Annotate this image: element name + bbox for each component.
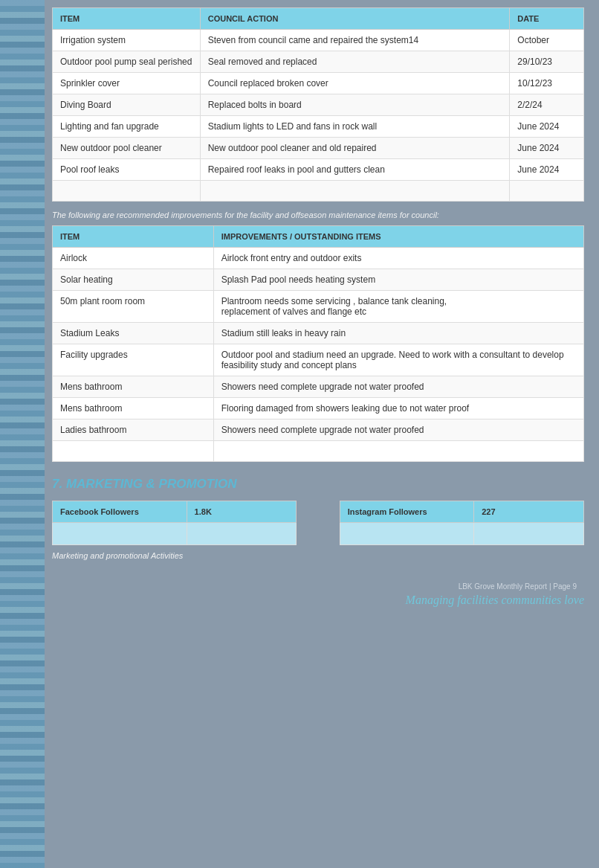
facebook-table: Facebook Followers 1.8K (52, 501, 297, 545)
col2-header-item: ITEM (53, 226, 214, 248)
table1-row: Outdoor pool pump seal perishedSeal remo… (53, 51, 584, 73)
table1-date (510, 181, 584, 202)
table1-action: Steven from council came and repaired th… (200, 30, 510, 51)
instagram-value-header: 227 (474, 501, 584, 523)
table2-item: Ladies bathroom (53, 419, 214, 441)
col-header-date: DATE (510, 8, 584, 30)
table1-action: Seal removed and replaced (200, 51, 510, 73)
table2-item: Solar heating (53, 269, 214, 291)
marketing-heading: 7. MARKETING & PROMOTION (52, 477, 584, 492)
col-header-action: COUNCIL ACTION (200, 8, 510, 30)
table2-row: AirlockAirlock front entry and outdoor e… (53, 248, 584, 269)
facebook-empty-cell2 (187, 523, 297, 545)
instagram-header: Instagram Followers (340, 501, 474, 523)
facebook-value-header: 1.8K (187, 501, 297, 523)
table2-item: Mens bathroom (53, 398, 214, 419)
table2-item: Facility upgrades (53, 344, 214, 376)
table1-date: June 2024 (510, 159, 584, 181)
table1-date: 29/10/23 (510, 51, 584, 73)
improvements-table: ITEM IMPROVEMENTS / OUTSTANDING ITEMS Ai… (52, 225, 584, 462)
table2-improvements: Stadium still leaks in heavy rain (213, 323, 583, 344)
table1-date: June 2024 (510, 138, 584, 159)
social-media-table: Facebook Followers 1.8K (52, 501, 584, 545)
table2-improvements: Splash Pad pool needs heating system (213, 269, 583, 291)
col-header-item: ITEM (53, 8, 201, 30)
table2-improvements: Outdoor pool and stadium need an upgrade… (213, 344, 583, 376)
table2-item: Airlock (53, 248, 214, 269)
instagram-table: Instagram Followers 227 (340, 501, 584, 545)
table2-row: 50m plant room roomPlantroom needs some … (53, 291, 584, 323)
table1-item: Irrigation system (53, 30, 201, 51)
table1-item (53, 181, 201, 202)
recommend-text: The following are recommended improvemen… (52, 210, 584, 219)
table1-row: Lighting and fan upgradeStadium lights t… (53, 116, 584, 138)
instagram-empty-cell1 (340, 523, 474, 545)
table2-row: Ladies bathroomShowers need complete upg… (53, 419, 584, 441)
table2-row: Mens bathroomFlooring damaged from showe… (53, 398, 584, 419)
table2-item: Stadium Leaks (53, 323, 214, 344)
table1-row: Pool roof leaksRepaired roof leaks in po… (53, 159, 584, 181)
council-actions-table: ITEM COUNCIL ACTION DATE Irrigation syst… (52, 7, 584, 202)
table1-row (53, 181, 584, 202)
table2-improvements: Showers need complete upgrade not water … (213, 419, 583, 441)
table2-improvements: Showers need complete upgrade not water … (213, 376, 583, 398)
marketing-label: MARKETING & PROMOTION (66, 477, 237, 491)
table2-item: Mens bathroom (53, 376, 214, 398)
instagram-empty-cell2 (474, 523, 584, 545)
table1-item: Outdoor pool pump seal perished (53, 51, 201, 73)
table1-date: October (510, 30, 584, 51)
table2-item (53, 441, 214, 462)
table1-action: Stadium lights to LED and fans in rock w… (200, 116, 510, 138)
social-spacer (297, 501, 339, 545)
table1-item: New outdoor pool cleaner (53, 138, 201, 159)
table2-row (53, 441, 584, 462)
table2-row: Solar heatingSplash Pad pool needs heati… (53, 269, 584, 291)
table2-row: Mens bathroomShowers need complete upgra… (53, 376, 584, 398)
main-content: ITEM COUNCIL ACTION DATE Irrigation syst… (45, 0, 599, 868)
table1-item: Sprinkler cover (53, 73, 201, 94)
table1-row: Diving BoardReplaced bolts in board2/2/2… (53, 94, 584, 116)
table1-date: 10/12/23 (510, 73, 584, 94)
table1-action: Repaired roof leaks in pool and gutters … (200, 159, 510, 181)
table1-row: New outdoor pool cleanerNew outdoor pool… (53, 138, 584, 159)
col2-header-improvements: IMPROVEMENTS / OUTSTANDING ITEMS (213, 226, 583, 248)
table1-item: Diving Board (53, 94, 201, 116)
table2-row: Stadium LeaksStadium still leaks in heav… (53, 323, 584, 344)
table1-date: 2/2/24 (510, 94, 584, 116)
table2-improvements: Plantroom needs some servicing , balance… (213, 291, 583, 323)
table1-action: Council replaced broken cover (200, 73, 510, 94)
table2-item: 50m plant room room (53, 291, 214, 323)
table1-action (200, 181, 510, 202)
marketing-number: 7. (52, 477, 62, 491)
table2-improvements: Flooring damaged from showers leaking du… (213, 398, 583, 419)
footer-text: LBK Grove Monthly Report | Page 9 (52, 582, 584, 591)
marketing-activities-text: Marketing and promotional Activities (52, 551, 584, 560)
table1-row: Irrigation systemSteven from council cam… (53, 30, 584, 51)
table2-improvements (213, 441, 583, 462)
table2-row: Facility upgradesOutdoor pool and stadiu… (53, 344, 584, 376)
wave-decoration (0, 0, 45, 868)
table1-action: Replaced bolts in board (200, 94, 510, 116)
footer-cursive: Managing facilities communities love (52, 594, 584, 607)
table1-action: New outdoor pool cleaner and old repaire… (200, 138, 510, 159)
table1-item: Pool roof leaks (53, 159, 201, 181)
table1-item: Lighting and fan upgrade (53, 116, 201, 138)
facebook-header: Facebook Followers (53, 501, 187, 523)
facebook-empty-cell1 (53, 523, 187, 545)
table1-date: June 2024 (510, 116, 584, 138)
table1-row: Sprinkler coverCouncil replaced broken c… (53, 73, 584, 94)
table2-improvements: Airlock front entry and outdoor exits (213, 248, 583, 269)
